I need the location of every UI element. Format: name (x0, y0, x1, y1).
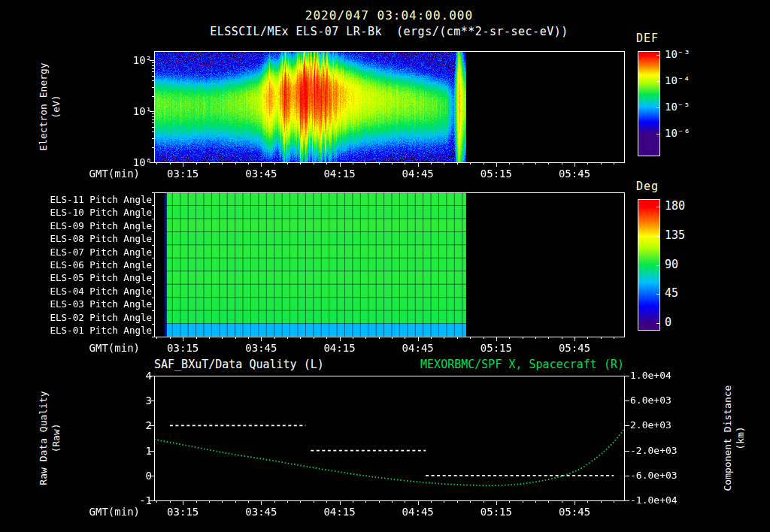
timeseries-right-y-axis-title-line2: (km) (734, 370, 747, 506)
spectrogram-y-axis-title-line1: Electron Energy (37, 47, 50, 167)
x-tick-label: 03:15 (160, 168, 205, 180)
deg-colorbar-canvas (638, 199, 660, 331)
x-tick-label: 03:15 (160, 506, 205, 518)
timeseries-left-y-tick-label: 4 (120, 370, 152, 382)
deg-colorbar-tick-label: 90 (665, 258, 678, 271)
def-colorbar-title: DEF (636, 32, 659, 44)
pitch-row-label: ELS-03 Pitch Angle (44, 298, 152, 310)
pitch-row-label: ELS-01 Pitch Angle (44, 325, 152, 337)
timeseries-right-y-tick-label: -2.0e+03 (630, 445, 678, 457)
pitch-angle-canvas (144, 182, 635, 347)
deg-colorbar-title: Deg (636, 180, 659, 192)
x-tick-label: 03:45 (238, 342, 283, 354)
pitch-row-label: ELS-11 Pitch Angle (44, 194, 152, 206)
x-axis-title: GMT(min) (65, 342, 140, 354)
timeseries-left-y-tick-label: 3 (120, 394, 152, 407)
timeseries-right-y-tick-label: -6.0e+03 (630, 470, 678, 482)
x-tick-label: 05:15 (474, 168, 519, 180)
pitch-row-label: ELS-07 Pitch Angle (44, 246, 152, 258)
x-tick-label: 03:45 (238, 506, 283, 518)
timeseries-left-y-axis-title-line1: Raw Data Quality (37, 378, 50, 498)
x-tick-label: 04:45 (396, 506, 441, 518)
deg-colorbar-tick-label: 180 (665, 200, 685, 212)
timeseries-right-y-tick-label: 6.0e+03 (630, 394, 671, 407)
spectrogram-y-tick-label: 10⁰ (113, 156, 152, 168)
pitch-row-label: ELS-09 Pitch Angle (44, 220, 152, 232)
x-axis-title: GMT(min) (65, 506, 140, 518)
pitch-row-label: ELS-06 Pitch Angle (44, 259, 152, 271)
spectrogram-y-axis-title-line2: (eV) (50, 47, 62, 167)
timeseries-right-y-tick-label: 1.0e+04 (630, 370, 671, 382)
timeseries-canvas (144, 365, 635, 511)
timeseries-left-y-axis-title-line2: (Raw) (50, 378, 62, 498)
def-colorbar-canvas (638, 51, 660, 156)
x-tick-label: 05:45 (552, 342, 597, 354)
timeseries-left-y-tick-label: -1 (120, 494, 152, 506)
timeseries-left-y-axis-title: Raw Data Quality (Raw) (37, 378, 62, 498)
x-tick-label: 04:15 (317, 342, 362, 354)
timeseries-right-y-tick-label: 2.0e+03 (630, 419, 671, 431)
x-tick-label: 04:45 (396, 342, 441, 354)
spectrogram-y-tick-label: 10¹ (113, 105, 152, 117)
spectrogram-y-axis-title: Electron Energy (eV) (37, 47, 62, 167)
timeseries-right-y-axis-title: Component Distance (km) (721, 370, 747, 506)
x-tick-label: 05:45 (552, 506, 597, 518)
pitch-row-label: ELS-05 Pitch Angle (44, 272, 152, 284)
x-tick-label: 04:45 (396, 168, 441, 180)
electron-spectrogram-canvas (144, 41, 635, 173)
x-tick-label: 05:45 (552, 168, 597, 180)
timeseries-left-y-tick-label: 1 (120, 445, 152, 457)
pitch-row-label: ELS-08 Pitch Angle (44, 233, 152, 245)
pitch-row-label: ELS-02 Pitch Angle (44, 312, 152, 324)
def-colorbar-tick-label: 10⁻³ (665, 48, 690, 60)
def-colorbar-tick-label: 10⁻⁵ (665, 101, 690, 113)
science-plot-page: 2020/047 03:04:00.000 ELSSCIL/MEx ELS-07… (0, 0, 770, 532)
plot-timestamp-title: 2020/047 03:04:00.000 (154, 10, 624, 22)
x-tick-label: 03:15 (160, 342, 205, 354)
def-colorbar-tick-label: 10⁻⁴ (665, 74, 690, 86)
x-axis-title: GMT(min) (65, 168, 140, 180)
x-tick-label: 03:45 (238, 168, 283, 180)
pitch-row-label: ELS-04 Pitch Angle (44, 286, 152, 298)
spectrogram-y-tick-label: 10² (113, 54, 152, 66)
x-tick-label: 04:15 (317, 168, 362, 180)
deg-colorbar-tick-label: 45 (665, 287, 678, 299)
deg-colorbar-tick-label: 135 (665, 229, 685, 241)
deg-colorbar-tick-label: 0 (665, 316, 671, 328)
def-colorbar-tick-label: 10⁻⁶ (665, 127, 690, 139)
x-tick-label: 05:15 (474, 506, 519, 518)
timeseries-right-y-axis-title-line1: Component Distance (721, 370, 734, 506)
timeseries-left-y-tick-label: 0 (120, 470, 152, 482)
x-tick-label: 04:15 (317, 506, 362, 518)
spectrogram-title: ELSSCIL/MEx ELS-07 LR-Bk (ergs/(cm**2-sr… (154, 26, 624, 38)
x-tick-label: 05:15 (474, 342, 519, 354)
timeseries-left-y-tick-label: 2 (120, 419, 152, 431)
pitch-row-label: ELS-10 Pitch Angle (44, 207, 152, 219)
timeseries-right-y-tick-label: -1.0e+04 (630, 494, 678, 506)
